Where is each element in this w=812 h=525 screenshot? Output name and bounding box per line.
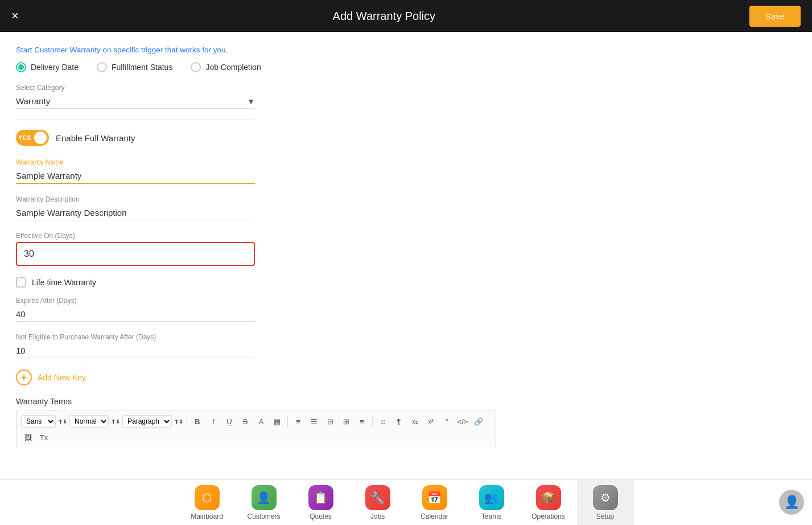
toolbar-sep-3: [372, 416, 373, 426]
jobs-label: Jobs: [370, 512, 385, 520]
lifetime-warranty-label: Life time Warranty: [32, 278, 96, 287]
superscript-button[interactable]: x²: [424, 415, 438, 428]
expires-after-field: Expires After (Days): [16, 297, 255, 322]
not-eligible-label: Not Eligible to Purchase Warranty After …: [16, 333, 255, 341]
effective-on-days-field: Effective On (Days): [16, 232, 255, 266]
radio-job-completion-label: Job Completion: [205, 63, 261, 72]
header: × Add Warranty Policy Save: [0, 0, 812, 32]
warranty-description-label: Warranty Description: [16, 195, 255, 203]
main-content: Start Customer Warranty on specific trig…: [0, 32, 812, 479]
nav-customers[interactable]: 👤 Customers: [236, 480, 292, 526]
unordered-list-button[interactable]: ☰: [307, 415, 321, 428]
expires-after-label: Expires After (Days): [16, 297, 255, 305]
radio-fulfillment-status[interactable]: Fulfillment Status: [97, 62, 172, 72]
warranty-name-input[interactable]: [16, 169, 255, 184]
warranty-terms-label: Warranty Terms: [16, 397, 496, 406]
calendar-icon: 📅: [422, 485, 447, 510]
radio-job-completion[interactable]: Job Completion: [191, 62, 261, 72]
radio-delivery-date[interactable]: Delivery Date: [16, 62, 79, 72]
category-select-wrapper[interactable]: Warranty Service Parts ▼: [16, 94, 255, 109]
radio-delivery-date-label: Delivery Date: [31, 63, 79, 72]
save-button[interactable]: Save: [749, 6, 801, 27]
blockquote-button[interactable]: ": [440, 415, 454, 428]
operations-icon: 📦: [536, 485, 561, 510]
subscript-button[interactable]: x₂: [408, 415, 422, 428]
nav-mainboard[interactable]: ⬡ Mainboard: [179, 480, 236, 526]
image-button[interactable]: 🖼: [21, 430, 35, 444]
category-select[interactable]: Warranty Service Parts: [16, 96, 247, 106]
bottom-navigation: ⬡ Mainboard 👤 Customers 📋 Quotes 🔧 Jobs …: [0, 479, 812, 525]
nav-quotes[interactable]: 📋 Quotes: [292, 480, 349, 526]
warranty-description-input[interactable]: [16, 206, 255, 220]
outdent-button[interactable]: ⊞: [339, 415, 353, 428]
jobs-icon: 🔧: [365, 485, 390, 510]
radio-delivery-date-circle: [16, 62, 26, 72]
close-button[interactable]: ×: [11, 9, 19, 23]
page-title: Add Warranty Policy: [333, 10, 435, 23]
warranty-description-field: Warranty Description: [16, 195, 255, 220]
align-left-button[interactable]: ≡: [355, 415, 369, 428]
customers-label: Customers: [247, 512, 280, 520]
teams-icon: 👥: [479, 485, 504, 510]
lifetime-warranty-row: Life time Warranty: [16, 277, 496, 288]
ordered-list-button[interactable]: ≡: [291, 415, 305, 428]
divider-1: [16, 119, 255, 120]
strikethrough-button[interactable]: S: [238, 415, 252, 428]
trigger-radio-group: Delivery Date Fulfillment Status Job Com…: [16, 62, 496, 72]
calendar-label: Calendar: [421, 512, 448, 520]
avatar[interactable]: 👤: [779, 490, 804, 515]
dropdown-arrow-icon: ▼: [247, 97, 255, 106]
clear-format-button[interactable]: Tx: [37, 430, 51, 444]
operations-label: Operations: [531, 512, 565, 520]
customers-icon: 👤: [252, 485, 277, 510]
add-new-key-label: Add New Key: [38, 373, 86, 382]
toolbar-sep-1: [187, 416, 187, 426]
toggle-yes-label: YES: [18, 134, 31, 141]
not-eligible-field: Not Eligible to Purchase Warranty After …: [16, 333, 255, 358]
effective-on-days-label: Effective On (Days): [16, 232, 255, 240]
radio-fulfillment-status-label: Fulfillment Status: [112, 63, 172, 72]
quotes-label: Quotes: [310, 512, 332, 520]
font-family-select[interactable]: Sans Serif Mono: [21, 415, 56, 428]
nav-operations[interactable]: 📦 Operations: [520, 480, 577, 526]
paragraph-mark-button[interactable]: ¶: [392, 415, 406, 428]
warranty-name-label: Warranty Name: [16, 158, 255, 166]
mainboard-label: Mainboard: [191, 512, 223, 520]
paragraph-arrow-icon: ⬆⬇: [174, 419, 183, 425]
expires-after-input[interactable]: [16, 307, 255, 322]
add-new-key-row[interactable]: + Add New Key: [16, 370, 496, 385]
warranty-name-field: Warranty Name: [16, 158, 255, 184]
mainboard-icon: ⬡: [195, 485, 220, 510]
highlight-button[interactable]: ▦: [270, 415, 284, 428]
nav-jobs[interactable]: 🔧 Jobs: [349, 480, 406, 526]
setup-icon: ⚙: [593, 485, 618, 510]
radio-fulfillment-status-circle: [97, 62, 107, 72]
enable-full-warranty-toggle[interactable]: YES: [16, 130, 49, 146]
font-size-select[interactable]: Normal Large Small: [69, 415, 109, 428]
nav-calendar[interactable]: 📅 Calendar: [406, 480, 463, 526]
italic-button[interactable]: I: [207, 415, 220, 428]
teams-label: Teams: [481, 512, 501, 520]
bold-button[interactable]: B: [191, 415, 204, 428]
paragraph-select[interactable]: Paragraph Heading 1 Heading 2: [122, 415, 172, 428]
lifetime-warranty-checkbox[interactable]: [16, 277, 26, 288]
warranty-terms-toolbar: Sans Serif Mono ⬆⬇ Normal Large Small ⬆⬇…: [16, 411, 496, 448]
emoji-button[interactable]: ☺: [376, 415, 390, 428]
underline-button[interactable]: U: [222, 415, 236, 428]
radio-job-completion-circle: [191, 62, 201, 72]
nav-setup[interactable]: ⚙ Setup: [577, 480, 634, 526]
font-color-button[interactable]: A: [254, 415, 268, 428]
link-button[interactable]: 🔗: [472, 415, 485, 428]
setup-label: Setup: [596, 512, 614, 520]
category-field: Select Category Warranty Service Parts ▼: [16, 84, 496, 109]
effective-on-days-input[interactable]: [16, 242, 255, 266]
font-family-arrow-icon: ⬆⬇: [58, 419, 67, 425]
font-size-arrow-icon: ⬆⬇: [111, 419, 120, 425]
code-button[interactable]: </>: [456, 415, 469, 428]
trigger-info: Start Customer Warranty on specific trig…: [16, 41, 496, 54]
not-eligible-input[interactable]: [16, 343, 255, 358]
indent-button[interactable]: ⊟: [323, 415, 337, 428]
toggle-label: Enable Full Warranty: [56, 133, 135, 143]
category-label: Select Category: [16, 84, 496, 92]
nav-teams[interactable]: 👥 Teams: [463, 480, 520, 526]
